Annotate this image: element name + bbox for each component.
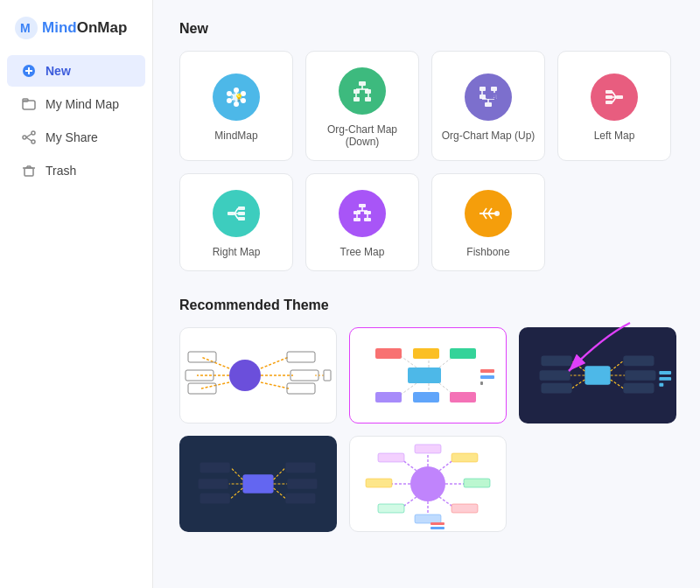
svg-rect-66 — [359, 204, 366, 207]
org-up-icon: ⌨ — [465, 74, 512, 121]
map-card-mindmap[interactable]: 💡 MindMap — [179, 51, 293, 161]
svg-rect-136 — [285, 463, 315, 473]
svg-rect-53 — [606, 90, 612, 94]
theme-card-radial[interactable] — [349, 436, 507, 532]
svg-point-82 — [229, 360, 261, 391]
sidebar-item-my-share[interactable]: My Share — [7, 122, 145, 153]
svg-rect-55 — [606, 101, 612, 104]
theme-card-light[interactable] — [179, 327, 337, 424]
svg-point-22 — [234, 102, 239, 107]
svg-rect-139 — [200, 463, 230, 473]
map-card-left-map[interactable]: Left Map — [557, 51, 671, 161]
sidebar-trash-label: Trash — [46, 164, 76, 178]
map-card-org-down[interactable]: Org-Chart Map (Down) — [305, 51, 419, 161]
theme-card-dark[interactable] — [519, 327, 676, 424]
svg-rect-156 — [378, 504, 404, 513]
theme-section — [179, 327, 674, 532]
plus-icon — [21, 63, 37, 79]
svg-rect-160 — [430, 527, 444, 529]
svg-rect-113 — [584, 366, 610, 385]
new-section-title: New — [179, 21, 674, 37]
svg-point-80 — [494, 211, 500, 216]
svg-text:💡: 💡 — [234, 93, 243, 102]
svg-rect-123 — [541, 356, 571, 367]
svg-line-132 — [274, 488, 286, 499]
svg-line-130 — [274, 467, 286, 480]
svg-point-9 — [23, 136, 26, 139]
right-map-label: Right Map — [213, 246, 261, 258]
svg-rect-69 — [354, 218, 360, 221]
svg-rect-37 — [365, 97, 371, 102]
svg-rect-62 — [238, 217, 245, 220]
svg-rect-33 — [359, 81, 366, 86]
svg-rect-111 — [480, 375, 494, 379]
org-down-label: Org-Chart Map (Down) — [315, 123, 410, 148]
theme-card-colorful[interactable] — [349, 327, 507, 424]
svg-rect-61 — [238, 212, 245, 215]
svg-line-117 — [572, 360, 585, 371]
svg-rect-45 — [480, 87, 486, 91]
sidebar-item-new[interactable]: New — [7, 55, 145, 87]
map-card-right-map[interactable]: Right Map — [179, 173, 293, 271]
svg-line-116 — [611, 380, 624, 388]
svg-rect-152 — [452, 453, 478, 462]
svg-line-56 — [612, 92, 616, 97]
svg-rect-122 — [623, 383, 654, 394]
logo-text: MindOnMap — [42, 19, 127, 37]
svg-rect-155 — [415, 514, 441, 523]
svg-text:⌨: ⌨ — [486, 92, 497, 101]
svg-line-63 — [234, 208, 238, 214]
svg-rect-90 — [290, 370, 318, 381]
tree-map-icon — [339, 190, 386, 237]
map-card-org-up[interactable]: ⌨ Org-Chart Map (Up) — [431, 51, 545, 161]
svg-rect-141 — [200, 494, 230, 504]
svg-rect-154 — [452, 504, 478, 513]
svg-rect-97 — [408, 368, 441, 383]
mindmap-icon: 💡 — [213, 74, 260, 121]
sidebar-mymindmap-label: My Mind Map — [46, 97, 119, 111]
svg-rect-96 — [324, 370, 331, 381]
svg-rect-104 — [375, 348, 402, 359]
svg-line-119 — [572, 380, 585, 388]
svg-line-85 — [261, 382, 289, 388]
sidebar-item-trash[interactable]: Trash — [7, 155, 145, 186]
svg-line-65 — [234, 214, 238, 219]
svg-rect-120 — [623, 356, 654, 367]
svg-rect-59 — [228, 212, 234, 215]
svg-rect-126 — [659, 371, 671, 374]
svg-rect-89 — [287, 352, 315, 362]
svg-point-8 — [32, 140, 35, 144]
fishbone-icon — [465, 190, 512, 237]
svg-rect-12 — [24, 168, 33, 176]
left-map-label: Left Map — [594, 130, 635, 142]
svg-rect-110 — [480, 369, 494, 373]
svg-rect-124 — [540, 370, 570, 381]
sidebar-item-my-mind-map[interactable]: My Mind Map — [7, 88, 145, 120]
svg-rect-36 — [354, 97, 360, 102]
main-content: New 💡 MindMap — [153, 0, 700, 588]
svg-rect-158 — [378, 453, 404, 462]
theme-grid — [179, 327, 674, 532]
svg-rect-52 — [616, 95, 623, 99]
svg-rect-42 — [485, 102, 492, 107]
theme-card-dark2[interactable] — [179, 436, 337, 532]
svg-line-10 — [26, 134, 32, 137]
svg-rect-107 — [375, 392, 402, 402]
svg-rect-70 — [364, 218, 371, 221]
svg-rect-121 — [625, 370, 655, 381]
svg-rect-153 — [464, 479, 490, 487]
svg-point-23 — [227, 98, 232, 103]
map-card-tree-map[interactable]: Tree Map — [305, 173, 419, 271]
svg-line-114 — [611, 360, 624, 371]
svg-line-58 — [612, 97, 616, 102]
svg-rect-108 — [413, 392, 439, 402]
map-card-fishbone[interactable]: Fishbone — [431, 173, 545, 271]
trash-icon — [21, 163, 37, 178]
mindmap-folder-icon — [21, 96, 37, 112]
svg-rect-151 — [415, 444, 441, 453]
svg-line-135 — [231, 488, 243, 499]
logo-icon: M — [14, 16, 38, 40]
svg-text:M: M — [20, 21, 31, 35]
svg-rect-137 — [287, 479, 317, 489]
svg-point-19 — [234, 88, 239, 93]
